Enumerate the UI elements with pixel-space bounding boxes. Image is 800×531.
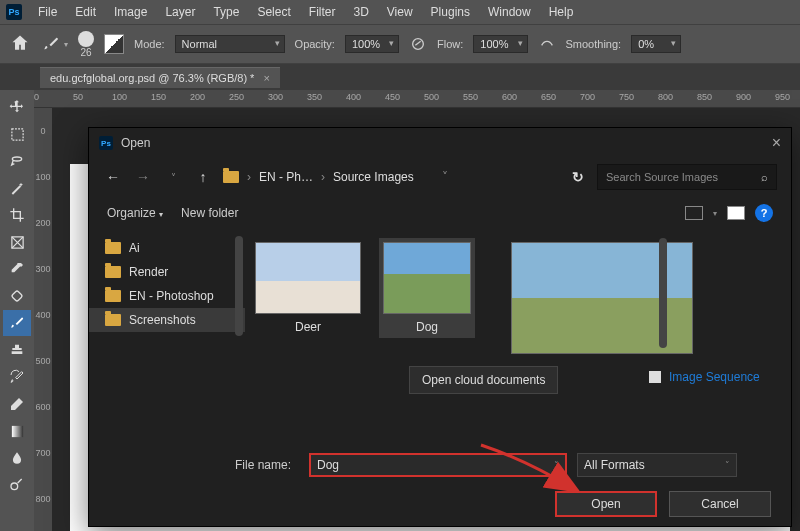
eraser-tool[interactable] xyxy=(3,391,31,417)
tree-item-en-photoshop[interactable]: EN - Photoshop xyxy=(89,284,245,308)
gradient-tool[interactable] xyxy=(3,418,31,444)
photoshop-logo: Ps xyxy=(6,4,22,20)
nav-recent-icon[interactable]: ˅ xyxy=(163,172,183,183)
frame-tool[interactable] xyxy=(3,229,31,255)
nav-back-icon[interactable]: ← xyxy=(103,169,123,185)
brush-tip-icon[interactable] xyxy=(78,31,94,47)
smoothing-label: Smoothing: xyxy=(566,38,622,50)
smoothing-field[interactable]: 0% xyxy=(631,35,681,53)
tree-item-render[interactable]: Render xyxy=(89,260,245,284)
svg-rect-4 xyxy=(11,425,22,436)
dialog-title: Open xyxy=(121,136,150,150)
menu-help[interactable]: Help xyxy=(541,2,582,22)
stamp-tool[interactable] xyxy=(3,337,31,363)
airbrush-icon[interactable] xyxy=(538,35,556,53)
document-tab[interactable]: edu.gcfglobal.org.psd @ 76.3% (RGB/8) * … xyxy=(40,67,280,88)
move-tool[interactable] xyxy=(3,94,31,120)
heal-tool[interactable] xyxy=(3,283,31,309)
nav-fwd-icon[interactable]: → xyxy=(133,169,153,185)
svg-point-5 xyxy=(11,483,18,490)
brush-panel-icon[interactable] xyxy=(104,34,124,54)
thumb-deer[interactable]: Deer xyxy=(251,238,365,338)
thumb-label: Deer xyxy=(295,320,321,334)
flow-label: Flow: xyxy=(437,38,463,50)
tree-item-ai[interactable]: Ai xyxy=(89,236,245,260)
crumb-2[interactable]: Source Images xyxy=(333,170,414,184)
view-mode-2-icon[interactable] xyxy=(727,206,745,220)
open-dialog: Ps Open × ← → ˅ ↑ › EN - Ph… › Source Im… xyxy=(88,127,792,527)
flow-field[interactable]: 100% xyxy=(473,35,527,53)
opacity-label: Opacity: xyxy=(295,38,335,50)
files-scrollbar[interactable] xyxy=(659,238,667,348)
tools-panel xyxy=(0,90,34,531)
menu-filter[interactable]: Filter xyxy=(301,2,344,22)
menu-view[interactable]: View xyxy=(379,2,421,22)
menu-select[interactable]: Select xyxy=(249,2,298,22)
menu-type[interactable]: Type xyxy=(205,2,247,22)
image-sequence-label: Image Sequence xyxy=(669,370,760,384)
image-sequence-checkbox[interactable] xyxy=(649,371,661,383)
refresh-icon[interactable]: ↻ xyxy=(569,169,587,185)
opacity-field[interactable]: 100% xyxy=(345,35,399,53)
open-button[interactable]: Open xyxy=(555,491,657,517)
home-icon[interactable] xyxy=(10,33,32,55)
preview-pane xyxy=(507,238,697,358)
nav-up-icon[interactable]: ↑ xyxy=(193,169,213,185)
mode-select[interactable]: Normal xyxy=(175,35,285,53)
close-tab-icon[interactable]: × xyxy=(263,72,269,84)
search-placeholder: Search Source Images xyxy=(606,171,718,183)
svg-rect-3 xyxy=(11,290,22,301)
file-list: Deer Dog Open cloud documents Image Sequ… xyxy=(245,230,791,448)
ruler-horizontal: 0501001502002503003504004505005506006507… xyxy=(34,90,800,108)
menu-layer[interactable]: Layer xyxy=(157,2,203,22)
open-cloud-button[interactable]: Open cloud documents xyxy=(409,366,558,394)
help-icon[interactable]: ? xyxy=(755,204,773,222)
brush-icon xyxy=(42,35,60,53)
close-icon[interactable]: × xyxy=(772,134,781,152)
menu-plugins[interactable]: Plugins xyxy=(423,2,478,22)
wand-tool[interactable] xyxy=(3,175,31,201)
photoshop-icon: Ps xyxy=(99,136,113,150)
folder-icon xyxy=(105,242,121,254)
brush-size: 26 xyxy=(80,47,91,58)
menu-file[interactable]: File xyxy=(30,2,65,22)
view-mode-1-icon[interactable] xyxy=(685,206,703,220)
ruler-vertical: 0100200300400500600700800 xyxy=(34,108,52,531)
svg-rect-1 xyxy=(11,128,22,139)
brush-tool[interactable] xyxy=(3,310,31,336)
organize-menu[interactable]: Organize ▾ xyxy=(107,206,163,220)
filename-input[interactable]: Dog˅ xyxy=(309,453,567,477)
folder-icon xyxy=(105,314,121,326)
history-brush-tool[interactable] xyxy=(3,364,31,390)
thumb-image xyxy=(255,242,361,314)
lasso-tool[interactable] xyxy=(3,148,31,174)
menu-image[interactable]: Image xyxy=(106,2,155,22)
menu-3d[interactable]: 3D xyxy=(345,2,376,22)
cancel-button[interactable]: Cancel xyxy=(669,491,771,517)
search-input[interactable]: Search Source Images ⌕ xyxy=(597,164,777,190)
crop-tool[interactable] xyxy=(3,202,31,228)
eyedropper-tool[interactable] xyxy=(3,256,31,282)
folder-icon xyxy=(105,290,121,302)
search-icon: ⌕ xyxy=(761,171,768,183)
format-select[interactable]: All Formats˅ xyxy=(577,453,737,477)
brush-preset[interactable]: ▾ xyxy=(42,35,68,53)
tree-scrollbar[interactable] xyxy=(235,236,243,336)
mode-label: Mode: xyxy=(134,38,165,50)
new-folder-button[interactable]: New folder xyxy=(181,206,238,220)
breadcrumb[interactable]: › EN - Ph… › Source Images ˅ xyxy=(223,170,559,184)
tree-item-screenshots[interactable]: Screenshots xyxy=(89,308,245,332)
folder-icon xyxy=(223,171,239,183)
pressure-opacity-icon[interactable] xyxy=(409,35,427,53)
menu-edit[interactable]: Edit xyxy=(67,2,104,22)
dodge-tool[interactable] xyxy=(3,472,31,498)
thumb-dog[interactable]: Dog xyxy=(379,238,475,338)
folder-tree: Ai Render EN - Photoshop Screenshots xyxy=(89,230,245,448)
marquee-tool[interactable] xyxy=(3,121,31,147)
folder-icon xyxy=(105,266,121,278)
menu-window[interactable]: Window xyxy=(480,2,539,22)
filename-label: File name: xyxy=(109,458,299,472)
thumb-image xyxy=(383,242,471,314)
crumb-1[interactable]: EN - Ph… xyxy=(259,170,313,184)
blur-tool[interactable] xyxy=(3,445,31,471)
